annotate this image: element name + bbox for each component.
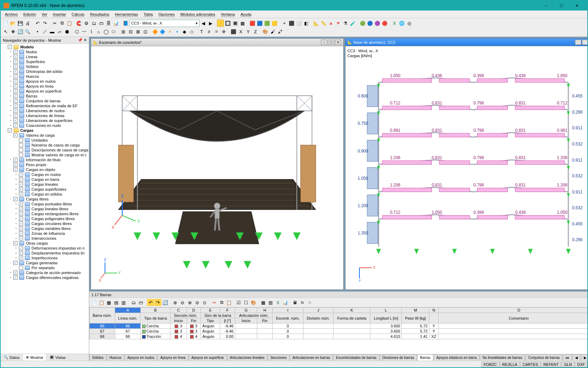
tree-item[interactable]: Mostrar valores de carga en el c: [1, 152, 88, 157]
tab-nav-button[interactable]: ◀: [572, 354, 581, 361]
tree-item[interactable]: -Cargas libres: [1, 197, 88, 202]
tree-item[interactable]: +Deformaciones impuestas en n: [1, 246, 88, 251]
tree-item[interactable]: +Nudos: [1, 49, 88, 54]
view-button[interactable]: 🟨: [271, 20, 278, 27]
tree-item[interactable]: +Cargas rectangulares libres: [1, 211, 88, 216]
viewport-left[interactable]: 📐 Escenario de conciertos* − ☐ ✕: [91, 38, 344, 290]
tool-button[interactable]: ＋: [281, 20, 288, 27]
table-tab[interactable]: No linealidades de barras: [480, 354, 525, 361]
tool-button[interactable]: 〰: [80, 28, 88, 35]
maximize-button[interactable]: ☐: [554, 1, 569, 11]
table-tab[interactable]: Barras: [417, 354, 433, 361]
close-button[interactable]: ✕: [569, 1, 584, 11]
node-button[interactable]: •: [34, 28, 41, 35]
table-tab[interactable]: Conjuntos de barras: [525, 354, 562, 361]
tree-item[interactable]: +Superficies: [1, 59, 88, 64]
tool-button[interactable]: ⬛: [288, 20, 295, 27]
tree-item[interactable]: +Apoyos en superficie: [1, 89, 88, 94]
prev-case-button[interactable]: ◀: [200, 20, 207, 27]
tree-item[interactable]: +Sólidos: [1, 64, 88, 69]
tool-button[interactable]: ↷: [154, 299, 161, 306]
fx-off-button[interactable]: fx: [306, 299, 313, 306]
menu-módulos adicionales[interactable]: Módulos adicionales: [177, 11, 218, 18]
tool-button[interactable]: 🔺: [327, 20, 334, 27]
menu-resultados[interactable]: Resultados: [87, 11, 112, 18]
vp-min-button[interactable]: −: [321, 40, 327, 45]
tool-button[interactable]: 🔄: [162, 299, 169, 306]
surface-button[interactable]: ▱: [56, 28, 63, 35]
tool-button[interactable]: 🎨: [250, 299, 257, 306]
tree-item[interactable]: +Cargas en barra: [1, 177, 88, 182]
tree-item[interactable]: +Refinamientos de malla de EF: [1, 103, 88, 108]
tool-button[interactable]: ⌗: [213, 28, 220, 35]
tool-button[interactable]: ⊗: [186, 299, 193, 306]
tree-item[interactable]: +Apoyos en nudos: [1, 79, 88, 84]
tool-button[interactable]: 📐: [313, 20, 320, 27]
tree-item[interactable]: -Valores de carga: [1, 133, 88, 138]
tool-button[interactable]: ⚙: [83, 20, 90, 27]
tool-button[interactable]: ⊠: [134, 28, 141, 35]
undo-button[interactable]: ↶: [34, 20, 41, 27]
tool-button[interactable]: ⊖: [179, 299, 186, 306]
tree-item[interactable]: +Información de título: [1, 157, 88, 162]
tool-button[interactable]: 🔸: [166, 28, 173, 35]
tool-button[interactable]: 🟢: [359, 20, 366, 27]
nav-tab-vistas[interactable]: 🔳Vistas: [47, 354, 69, 361]
tool-button[interactable]: ⬜: [295, 20, 302, 27]
tree-item[interactable]: +Cargas en nudos: [1, 172, 88, 177]
status-cell[interactable]: FORZC: [481, 362, 499, 367]
tool-button[interactable]: 🔵: [366, 20, 373, 27]
member-button[interactable]: ▬: [49, 28, 56, 35]
solid-button[interactable]: ⬢: [63, 28, 70, 35]
tool-button[interactable]: T: [198, 28, 205, 35]
tool-button[interactable]: 🔴: [381, 20, 388, 27]
tool-button[interactable]: 🎨: [262, 28, 269, 35]
tool-button[interactable]: ⧉: [218, 299, 225, 306]
minimize-button[interactable]: ─: [538, 1, 554, 11]
menu-opciones[interactable]: Opciones: [156, 11, 177, 18]
menu-ayuda[interactable]: Ayuda: [238, 11, 254, 18]
tool-button[interactable]: ☑: [235, 299, 242, 306]
navigator-tree[interactable]: -Modelo+Nudos+Líneas+Superficies+Sólidos…: [1, 44, 89, 354]
status-cell[interactable]: REJILLA: [500, 362, 520, 367]
tree-item[interactable]: +Coacciones en nudo: [1, 123, 88, 128]
tree-item[interactable]: +Ortotropías del sólido: [1, 69, 88, 74]
tree-item[interactable]: +Barras: [1, 94, 88, 98]
table-tab[interactable]: Apoyos en nudos: [125, 354, 157, 361]
tree-item[interactable]: +Conjuntos de barras: [1, 98, 88, 103]
status-cell[interactable]: DXF: [575, 362, 587, 367]
tool-button[interactable]: ⊞: [120, 28, 127, 35]
tree-item[interactable]: Números de casos de carga: [1, 143, 88, 148]
tool-button[interactable]: ▧: [267, 299, 274, 306]
tool-button[interactable]: ⬭: [110, 28, 117, 35]
line-button[interactable]: ／: [41, 28, 48, 35]
tool-button[interactable]: ◧: [303, 20, 310, 27]
tree-item[interactable]: +Líneas: [1, 54, 88, 59]
tool-button[interactable]: 🌐: [398, 20, 405, 27]
tab-nav-button[interactable]: ▶: [581, 354, 588, 361]
view-iso-button[interactable]: ⬛: [230, 28, 237, 35]
pin-icon[interactable]: 📌 ✕: [78, 38, 87, 42]
tool-button[interactable]: ↶: [147, 299, 154, 306]
tool-button[interactable]: 🧪: [349, 20, 356, 27]
tool-button[interactable]: 🖍: [276, 28, 284, 35]
nav-tab-datos[interactable]: 🔍Datos: [1, 354, 23, 361]
vp-max-button[interactable]: ☐: [582, 40, 588, 45]
tool-button[interactable]: 🧲: [76, 20, 83, 27]
status-cell[interactable]: REFENT: [541, 362, 561, 367]
tree-item[interactable]: +Categoría de acción pretensado: [1, 270, 88, 275]
tool-button[interactable]: ⊕: [172, 299, 178, 306]
tree-item[interactable]: +Cargas diferenciales negativas: [1, 275, 88, 280]
tool-button[interactable]: 🗂: [130, 299, 137, 306]
zoom-button[interactable]: 🔍: [24, 28, 31, 35]
tree-item[interactable]: -Cargas en objeto: [1, 167, 88, 172]
tool-button[interactable]: ⊙: [201, 299, 208, 306]
table-tab[interactable]: Apoyos elásticos en barra: [434, 354, 479, 361]
tree-item[interactable]: +Cargas variables libres: [1, 226, 88, 231]
status-cell[interactable]: GLN: [561, 362, 574, 367]
view-button[interactable]: 🟦: [256, 20, 263, 27]
rotate-button[interactable]: 🔄: [17, 28, 24, 35]
calc-button[interactable]: ⚡: [217, 20, 224, 27]
table-grid[interactable]: Barra núm.ABCDEFGHIJKLMNOLínea núm.Tipo …: [89, 307, 588, 354]
view-button[interactable]: 🔳: [232, 20, 239, 27]
